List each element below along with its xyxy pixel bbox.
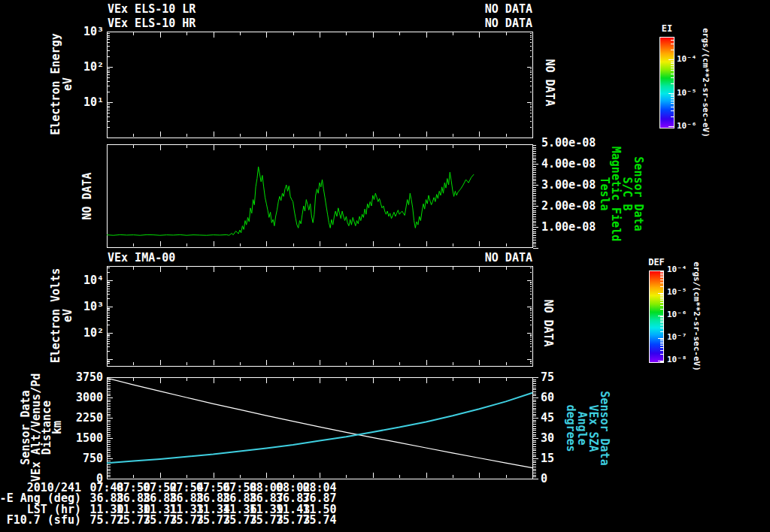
panel4-left-tick-label: 1500: [76, 432, 103, 444]
panel4-right-tick-label: 60: [541, 391, 554, 404]
panel1-nodata-lr: NO DATA: [485, 3, 532, 15]
panel4-left-tick-label: 3000: [76, 391, 103, 404]
def-colorbar-tick-label: 10⁻⁵: [667, 288, 687, 297]
panel4-right-tick-label: 30: [541, 432, 554, 444]
ei-colorbar-tick-label: 10⁻⁴: [677, 55, 697, 64]
ei-colorbar-tick-label: 10⁻⁶: [677, 122, 697, 131]
panel1-ytick-label: 10²: [83, 61, 104, 73]
panel4-right-tick-label: 45: [541, 412, 554, 424]
panel2-nodata-overlay: NO DATA: [81, 172, 93, 219]
panel1-title-lr: VEx ELS-10 LR: [108, 3, 196, 15]
panel3-ytick-label: 10²: [83, 327, 104, 339]
def-colorbar-tick-label: 10⁻⁸: [667, 355, 687, 364]
ei-colorbar-tick-label: 10⁻⁵: [677, 89, 697, 98]
def-colorbar-tick-label: 10⁻⁶: [667, 310, 687, 319]
panel2-right-tick-label: 1.00e-08: [541, 221, 596, 233]
panel1-yunit: eV: [62, 77, 74, 91]
panel1-nodata-overlay: NO DATA: [544, 59, 556, 106]
panel1-ylabel: Electron Energy: [50, 33, 62, 135]
panel2-right-tick-label: 2.00e-08: [541, 200, 596, 212]
sza-axis-label: degrees: [565, 404, 577, 452]
sza-axis-label: Angle: [576, 411, 588, 445]
bfield-axis-label: Sensor Data: [632, 156, 644, 231]
panel4-left-tick-label: 2250: [76, 412, 103, 424]
ei-colorbar-bar: [660, 38, 675, 128]
bfield-trace: [107, 167, 474, 235]
sza-axis-label: VEx SZA: [587, 404, 599, 452]
panel3-ytick-label: 10³: [83, 301, 104, 313]
panel2-right-tick-label: 5.00e-08: [541, 137, 596, 149]
panel3-nodata-overlay: NO DATA: [542, 299, 554, 346]
bfield-axis-label: Tesla: [599, 177, 611, 210]
panel4-left-axis-label: km: [51, 421, 63, 434]
def-colorbar-tick-label: 10⁻⁷: [667, 333, 687, 342]
panel4-right-tick-label: 75: [541, 371, 554, 383]
row-label-f107: F10.7 (sfu): [7, 514, 81, 526]
panel1-nodata-hr: NO DATA: [485, 17, 532, 29]
panel2-frame: [108, 145, 533, 248]
panel1-frame: [108, 32, 533, 138]
def-colorbar-tick-label: 10⁻⁴: [667, 265, 687, 274]
panel3-title: VEx IMA-00: [108, 252, 175, 264]
panel4-right-tick-label: 0: [541, 473, 547, 485]
panel3-nodata: NO DATA: [485, 252, 532, 264]
data-traces: [107, 167, 532, 468]
panel4-right-tick-label: 15: [541, 452, 554, 464]
panel3-yunit: eV: [62, 309, 74, 322]
panel2-right-tick-label: 4.00e-08: [541, 158, 596, 170]
sza-axis-label: Sensor Data: [599, 391, 611, 465]
sza-trace: [107, 393, 532, 464]
def-colorbar-unit: ergs/(cm**2-sr-sec-eV): [692, 261, 701, 371]
panel3-ylabel: Electron Volts: [50, 268, 62, 363]
bfield-axis-label: S/C B: [621, 177, 633, 210]
panel4-frame: [108, 378, 533, 479]
panel3-ytick-label: 10⁴: [83, 274, 104, 286]
panel4-left-tick-label: 3750: [76, 371, 103, 383]
altitude-trace: [107, 378, 532, 467]
ei-colorbar-title: EI: [657, 24, 677, 34]
panel4-left-tick-label: 750: [83, 452, 103, 464]
plot-screen: VEx ELS-10 LR VEx ELS-10 HR NO DATA NO D…: [0, 0, 770, 532]
panel3-frame: [108, 267, 533, 367]
panel2-right-tick-label: 3.00e-08: [541, 179, 596, 191]
bfield-axis-label: Magnetic Field: [610, 147, 622, 241]
ei-colorbar-unit: ergs/(cm**2-sr-sec-eV): [701, 28, 710, 138]
table-cell: 75.74: [286, 514, 353, 526]
panel1-ytick-label: 10¹: [83, 96, 104, 108]
def-colorbar-title: DEF: [647, 258, 666, 268]
panel1-title-hr: VEx ELS-10 HR: [108, 17, 196, 29]
panel1-ytick-label: 10³: [83, 26, 104, 38]
